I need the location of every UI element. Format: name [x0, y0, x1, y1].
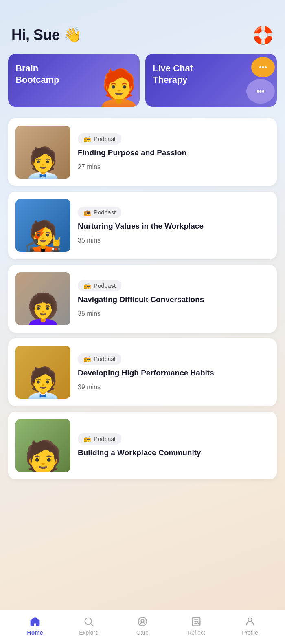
podcast-info-3: 📻 Podcast Navigating Difficult Conversat…	[78, 280, 270, 318]
podcast-thumbnail-3: 👩‍🦱	[15, 272, 70, 325]
podcast-badge-icon-3: 📻	[83, 282, 91, 289]
podcast-person-1: 🧑‍💼	[15, 126, 70, 179]
brain-bootcamp-image: 🧑‍🦰	[96, 70, 140, 107]
bottom-nav: Home Explore Care Reflect Profil	[0, 610, 285, 644]
reflect-icon	[191, 616, 202, 627]
podcast-badge-text-4: Podcast	[94, 355, 116, 362]
podcast-duration-1: 27 mins	[78, 163, 270, 171]
home-icon	[29, 616, 41, 627]
podcast-duration-3: 35 mins	[78, 310, 270, 318]
podcast-badge-text-2: Podcast	[94, 209, 116, 216]
nav-care-label: Care	[136, 629, 149, 636]
profile-icon	[244, 616, 256, 627]
banner-row: Brain Bootcamp 🧑‍🦰 Live Chat Therapy •••…	[0, 54, 285, 107]
bubble-purple: •••	[246, 79, 275, 104]
podcast-card-1[interactable]: 🧑‍💼 📻 Podcast Finding Purpose and Passio…	[8, 118, 277, 186]
svg-point-3	[141, 619, 144, 622]
status-bar	[0, 0, 285, 20]
nav-explore-label: Explore	[79, 629, 98, 636]
brain-bootcamp-banner[interactable]: Brain Bootcamp 🧑‍🦰	[8, 54, 140, 107]
podcast-person-2: 🧑‍🎤	[15, 199, 70, 252]
podcast-card-4[interactable]: 🧑‍💼 📻 Podcast Developing High Performanc…	[8, 338, 277, 406]
podcast-person-4: 🧑‍💼	[15, 346, 70, 399]
podcast-badge-4: 📻 Podcast	[78, 353, 121, 365]
bubble-orange: •••	[251, 57, 275, 77]
podcast-thumbnail-4: 🧑‍💼	[15, 346, 70, 399]
podcast-list: 🧑‍💼 📻 Podcast Finding Purpose and Passio…	[0, 118, 285, 479]
podcast-title-4: Developing High Performance Habits	[78, 368, 270, 378]
podcast-person-3: 👩‍🦱	[15, 272, 70, 325]
podcast-title-2: Nurturing Values in the Workplace	[78, 221, 270, 232]
nav-home[interactable]: Home	[19, 616, 51, 636]
podcast-thumbnail-2: 🧑‍🎤	[15, 199, 70, 252]
podcast-info-1: 📻 Podcast Finding Purpose and Passion 27…	[78, 133, 270, 171]
podcast-badge-text-5: Podcast	[94, 435, 116, 442]
podcast-thumbnail-1: 🧑‍💼	[15, 126, 70, 179]
brain-bootcamp-title: Brain Bootcamp	[15, 63, 68, 85]
podcast-badge-3: 📻 Podcast	[78, 280, 121, 291]
svg-point-8	[248, 618, 252, 622]
podcast-badge-icon-2: 📻	[83, 209, 91, 216]
nav-profile[interactable]: Profile	[234, 616, 266, 636]
podcast-duration-2: 35 mins	[78, 237, 270, 244]
podcast-duration-4: 39 mins	[78, 384, 270, 391]
explore-icon	[83, 616, 94, 627]
nav-profile-label: Profile	[242, 629, 258, 636]
podcast-info-4: 📻 Podcast Developing High Performance Ha…	[78, 353, 270, 391]
greeting-text: Hi, Sue 👋	[11, 26, 82, 44]
live-chat-therapy-banner[interactable]: Live Chat Therapy ••• •••	[145, 54, 277, 107]
podcast-title-5: Building a Workplace Community	[78, 448, 270, 458]
podcast-badge-icon-5: 📻	[83, 435, 91, 443]
chat-bubbles-image: ••• •••	[246, 57, 275, 104]
podcast-badge-1: 📻 Podcast	[78, 133, 121, 145]
nav-home-label: Home	[27, 629, 43, 636]
nav-care[interactable]: Care	[126, 616, 159, 636]
podcast-card-3[interactable]: 👩‍🦱 📻 Podcast Navigating Difficult Conve…	[8, 265, 277, 333]
podcast-title-1: Finding Purpose and Passion	[78, 148, 270, 158]
nav-explore[interactable]: Explore	[72, 616, 105, 636]
svg-point-0	[85, 618, 92, 624]
nav-reflect[interactable]: Reflect	[180, 616, 213, 636]
podcast-badge-icon-4: 📻	[83, 355, 91, 363]
svg-line-1	[91, 624, 93, 626]
nav-reflect-label: Reflect	[187, 629, 205, 636]
help-button[interactable]: 🛟	[252, 24, 274, 46]
podcast-thumbnail-5: 🧑	[15, 419, 70, 472]
podcast-info-5: 📻 Podcast Building a Workplace Community	[78, 433, 270, 458]
care-icon	[137, 616, 148, 627]
podcast-badge-icon-1: 📻	[83, 135, 91, 143]
podcast-card-2[interactable]: 🧑‍🎤 📻 Podcast Nurturing Values in the Wo…	[8, 192, 277, 259]
podcast-badge-5: 📻 Podcast	[78, 433, 121, 445]
header: Hi, Sue 👋 🛟	[0, 20, 285, 54]
podcast-badge-text-1: Podcast	[94, 135, 116, 142]
podcast-person-5: 🧑	[15, 419, 70, 472]
podcast-badge-text-3: Podcast	[94, 282, 116, 289]
podcast-info-2: 📻 Podcast Nurturing Values in the Workpl…	[78, 207, 270, 245]
help-icon: 🛟	[252, 25, 274, 45]
podcast-title-3: Navigating Difficult Conversations	[78, 295, 270, 305]
live-chat-therapy-title: Live Chat Therapy	[153, 63, 206, 85]
podcast-card-5[interactable]: 🧑 📻 Podcast Building a Workplace Communi…	[8, 412, 277, 479]
podcast-badge-2: 📻 Podcast	[78, 207, 121, 218]
